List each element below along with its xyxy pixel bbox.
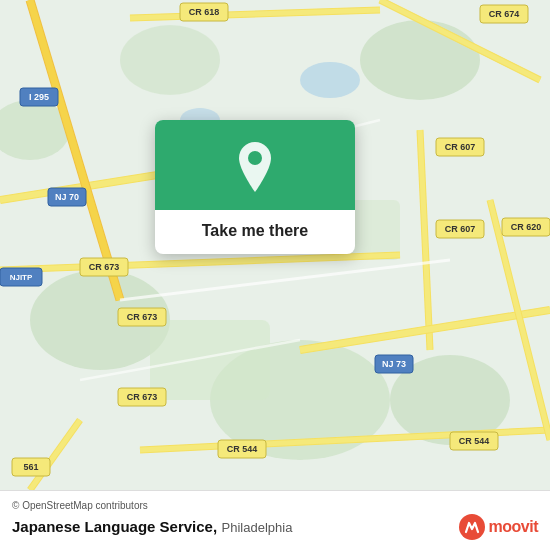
svg-text:561: 561 (23, 462, 38, 472)
place-details: Japanese Language Service, Philadelphia (12, 518, 292, 536)
svg-text:CR 544: CR 544 (459, 436, 490, 446)
location-pin-icon (233, 140, 277, 194)
svg-text:CR 673: CR 673 (127, 312, 158, 322)
map-view[interactable]: CR 618 CR 674 I 295 NJ 70 CR 607 CR 607 … (0, 0, 550, 490)
svg-point-65 (248, 151, 262, 165)
place-name-label: Japanese Language Service, (12, 518, 217, 535)
place-city-label: Philadelphia (222, 520, 293, 535)
svg-text:CR 673: CR 673 (127, 392, 158, 402)
svg-text:NJ 70: NJ 70 (55, 192, 79, 202)
svg-text:CR 607: CR 607 (445, 224, 476, 234)
svg-rect-6 (150, 320, 270, 400)
svg-text:I 295: I 295 (29, 92, 49, 102)
osm-copyright-text: © OpenStreetMap contributors (12, 500, 148, 511)
svg-text:CR 673: CR 673 (89, 262, 120, 272)
svg-text:CR 618: CR 618 (189, 7, 220, 17)
svg-point-1 (360, 20, 480, 100)
osm-attribution: © OpenStreetMap contributors (12, 500, 538, 511)
place-info-row: Japanese Language Service, Philadelphia … (12, 513, 538, 541)
popup-header (155, 120, 355, 210)
moovit-brand-label: moovit (489, 518, 538, 536)
svg-point-8 (120, 25, 220, 95)
svg-text:CR 674: CR 674 (489, 9, 520, 19)
moovit-logo: moovit (458, 513, 538, 541)
popup-body: Take me there (155, 210, 355, 254)
svg-text:CR 544: CR 544 (227, 444, 258, 454)
bottom-info-bar: © OpenStreetMap contributors Japanese La… (0, 490, 550, 550)
svg-text:CR 607: CR 607 (445, 142, 476, 152)
svg-text:NJ 73: NJ 73 (382, 359, 406, 369)
svg-text:CR 620: CR 620 (511, 222, 542, 232)
location-popup: Take me there (155, 120, 355, 254)
moovit-icon (458, 513, 486, 541)
svg-point-10 (300, 62, 360, 98)
svg-text:NJITP: NJITP (10, 273, 33, 282)
take-me-there-button[interactable]: Take me there (202, 220, 308, 242)
